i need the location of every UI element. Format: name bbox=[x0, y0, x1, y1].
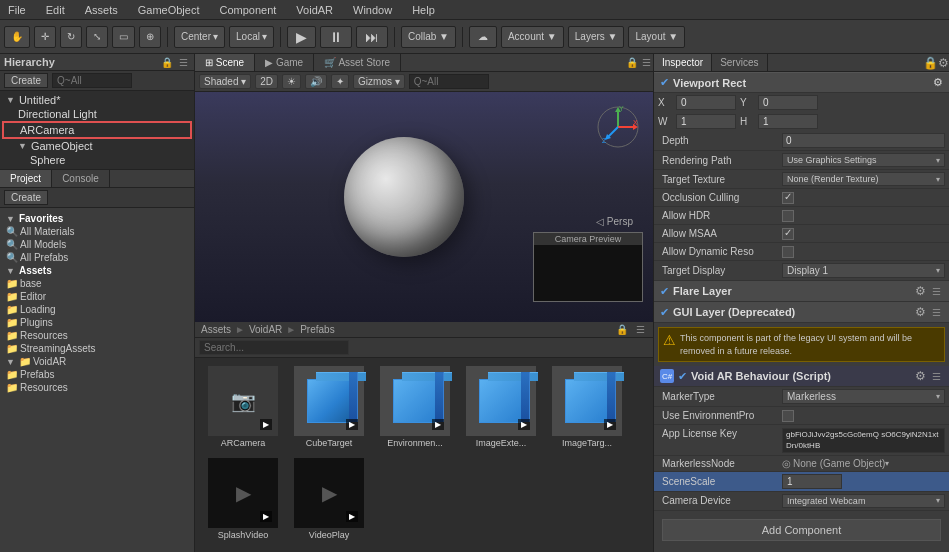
hierarchy-item-arcamera[interactable]: ARCamera bbox=[2, 121, 192, 139]
hierarchy-item[interactable]: ▼ GameObject bbox=[2, 139, 192, 153]
hierarchy-item[interactable]: Sphere bbox=[2, 153, 192, 167]
play-overlay[interactable]: ▶ bbox=[346, 419, 358, 430]
scene-scale-input[interactable] bbox=[782, 474, 842, 489]
tree-voidar[interactable]: ▼ 📁 VoidAR bbox=[2, 355, 192, 368]
tree-assets[interactable]: ▼ Assets bbox=[2, 264, 192, 277]
tree-resources[interactable]: 📁 Resources bbox=[2, 329, 192, 342]
occlusion-culling-checkbox[interactable] bbox=[782, 192, 794, 204]
layers-dropdown[interactable]: Layers ▼ bbox=[568, 26, 625, 48]
void-ar-menu-btn[interactable]: ☰ bbox=[930, 371, 943, 382]
scene-viewport[interactable]: Y X Z ◁ Persp Camera Preview bbox=[195, 92, 653, 322]
hierarchy-item[interactable]: ▼ Untitled* bbox=[2, 93, 192, 107]
hierarchy-search-input[interactable] bbox=[52, 73, 132, 88]
hierarchy-lock-btn[interactable]: 🔒 bbox=[159, 57, 175, 68]
tree-base[interactable]: 📁 base bbox=[2, 277, 192, 290]
hierarchy-create-button[interactable]: Create bbox=[4, 73, 48, 88]
tool-move[interactable]: ✛ bbox=[34, 26, 56, 48]
allow-hdr-checkbox[interactable] bbox=[782, 210, 794, 222]
tree-prefabs[interactable]: 📁 Prefabs bbox=[2, 368, 192, 381]
viewport-w-input[interactable] bbox=[676, 114, 736, 129]
account-dropdown[interactable]: Account ▼ bbox=[501, 26, 564, 48]
license-key-value[interactable]: gbFiOJiJvv2gs5cGc0emQ sO6C9yiN2N1xtDn/0k… bbox=[782, 428, 945, 453]
marker-type-dropdown[interactable]: Markerless ▾ bbox=[782, 389, 945, 404]
flare-layer-header[interactable]: ✔ Flare Layer ⚙ ☰ bbox=[654, 281, 949, 302]
2d-button[interactable]: 2D bbox=[255, 74, 278, 89]
tree-editor[interactable]: 📁 Editor bbox=[2, 290, 192, 303]
viewport-rect-section[interactable]: ✔ Viewport Rect ⚙ bbox=[654, 72, 949, 93]
breadcrumb-voidar[interactable]: VoidAR bbox=[249, 324, 282, 335]
tab-scene[interactable]: ⊞ Scene bbox=[195, 54, 255, 71]
tree-plugins[interactable]: 📁 Plugins bbox=[2, 316, 192, 329]
tool-rotate[interactable]: ↻ bbox=[60, 26, 82, 48]
sun-button[interactable]: ☀ bbox=[282, 74, 301, 89]
gui-layer-header[interactable]: ✔ GUI Layer (Deprecated) ⚙ ☰ bbox=[654, 302, 949, 323]
asset-menu-btn[interactable]: ☰ bbox=[634, 324, 647, 335]
inspector-lock-btn[interactable]: 🔒 bbox=[923, 56, 938, 70]
menu-voidar[interactable]: VoidAR bbox=[292, 4, 337, 16]
rendering-path-dropdown[interactable]: Use Graphics Settings ▾ bbox=[782, 153, 945, 167]
asset-item-splashvideo[interactable]: ▶ ▶ SplashVideo bbox=[203, 458, 283, 544]
hierarchy-menu-btn[interactable]: ☰ bbox=[177, 57, 190, 68]
inspector-gear-btn[interactable]: ⚙ bbox=[938, 56, 949, 70]
asset-item-cubetarget[interactable]: ▶ CubeTarget bbox=[289, 366, 369, 452]
play-overlay[interactable]: ▶ bbox=[604, 419, 616, 430]
asset-item-videoplay[interactable]: ▶ ▶ VideoPlay bbox=[289, 458, 369, 544]
collab-dropdown[interactable]: Collab ▼ bbox=[401, 26, 456, 48]
center-dropdown[interactable]: Center ▾ bbox=[174, 26, 225, 48]
asset-item-imagetarg[interactable]: ▶ ImageTarg... bbox=[547, 366, 627, 452]
use-env-pro-checkbox[interactable] bbox=[782, 410, 794, 422]
viewport-y-input[interactable] bbox=[758, 95, 818, 110]
menu-window[interactable]: Window bbox=[349, 4, 396, 16]
scene-menu-btn[interactable]: ☰ bbox=[640, 57, 653, 68]
menu-assets[interactable]: Assets bbox=[81, 4, 122, 16]
breadcrumb-prefabs[interactable]: Prefabs bbox=[300, 324, 334, 335]
play-overlay[interactable]: ▶ bbox=[260, 419, 272, 430]
depth-input[interactable] bbox=[782, 133, 945, 148]
asset-item-arcamera[interactable]: 📷 ▶ ARCamera bbox=[203, 366, 283, 452]
scene-lock-btn[interactable]: 🔒 bbox=[624, 57, 640, 68]
local-dropdown[interactable]: Local ▾ bbox=[229, 26, 274, 48]
fx-button[interactable]: ✦ bbox=[331, 74, 349, 89]
tab-inspector[interactable]: Inspector bbox=[654, 54, 712, 71]
audio-button[interactable]: 🔊 bbox=[305, 74, 327, 89]
layout-dropdown[interactable]: Layout ▼ bbox=[628, 26, 685, 48]
tree-all-materials[interactable]: 🔍 All Materials bbox=[2, 225, 192, 238]
pause-button[interactable]: ⏸ bbox=[320, 26, 352, 48]
camera-device-dropdown[interactable]: Integrated Webcam ▾ bbox=[782, 494, 945, 508]
cloud-button[interactable]: ☁ bbox=[469, 26, 497, 48]
target-display-dropdown[interactable]: Display 1 ▾ bbox=[782, 263, 945, 278]
allow-msaa-checkbox[interactable] bbox=[782, 228, 794, 240]
menu-component[interactable]: Component bbox=[215, 4, 280, 16]
tree-favorites[interactable]: ▼ Favorites bbox=[2, 212, 192, 225]
play-overlay[interactable]: ▶ bbox=[346, 511, 358, 522]
flare-menu-btn[interactable]: ☰ bbox=[930, 286, 943, 297]
asset-item-imageexte[interactable]: ▶ ImageExte... bbox=[461, 366, 541, 452]
tab-asset-store[interactable]: 🛒 Asset Store bbox=[314, 54, 401, 71]
tool-rect[interactable]: ▭ bbox=[112, 26, 135, 48]
project-create-button[interactable]: Create bbox=[4, 190, 48, 205]
tree-streaming[interactable]: 📁 StreamingAssets bbox=[2, 342, 192, 355]
tool-transform[interactable]: ⊕ bbox=[139, 26, 161, 48]
gui-menu-btn[interactable]: ☰ bbox=[930, 307, 943, 318]
viewport-x-input[interactable] bbox=[676, 95, 736, 110]
tree-all-prefabs[interactable]: 🔍 All Prefabs bbox=[2, 251, 192, 264]
tree-all-models[interactable]: 🔍 All Models bbox=[2, 238, 192, 251]
viewport-h-input[interactable] bbox=[758, 114, 818, 129]
tree-loading[interactable]: 📁 Loading bbox=[2, 303, 192, 316]
hierarchy-item[interactable]: Directional Light bbox=[2, 107, 192, 121]
play-button[interactable]: ▶ bbox=[287, 26, 316, 48]
void-ar-gear-btn[interactable]: ⚙ bbox=[915, 369, 926, 383]
shaded-dropdown[interactable]: Shaded ▾ bbox=[199, 74, 251, 89]
step-button[interactable]: ⏭ bbox=[356, 26, 388, 48]
flare-gear-btn[interactable]: ⚙ bbox=[915, 284, 926, 298]
tab-console[interactable]: Console bbox=[52, 170, 110, 187]
allow-dynamic-checkbox[interactable] bbox=[782, 246, 794, 258]
menu-gameobject[interactable]: GameObject bbox=[134, 4, 204, 16]
asset-item-environmen[interactable]: ▶ Environmen... bbox=[375, 366, 455, 452]
tab-game[interactable]: ▶ Game bbox=[255, 54, 314, 71]
breadcrumb-assets[interactable]: Assets bbox=[201, 324, 231, 335]
play-overlay[interactable]: ▶ bbox=[518, 419, 530, 430]
void-ar-header[interactable]: C# ✔ Void AR Behaviour (Script) ⚙ ☰ bbox=[654, 366, 949, 387]
play-overlay[interactable]: ▶ bbox=[260, 511, 272, 522]
scene-search-input[interactable] bbox=[409, 74, 489, 89]
